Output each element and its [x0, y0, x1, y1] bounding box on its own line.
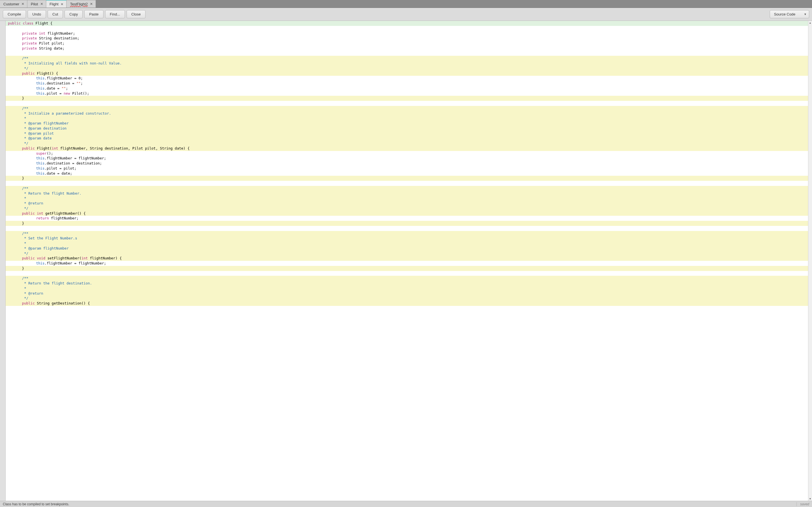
find-button[interactable]: Find...	[105, 10, 125, 18]
close-icon[interactable]: ✕	[89, 2, 93, 6]
tab-flight[interactable]: Flight✕	[46, 0, 67, 8]
code-line[interactable]: private String destination;	[6, 36, 808, 41]
close-icon[interactable]: ✕	[60, 2, 64, 6]
code-line[interactable]: }	[6, 96, 808, 101]
token-key: return	[36, 216, 49, 220]
code-line[interactable]: */	[6, 66, 808, 71]
code-line[interactable]: /**	[6, 276, 808, 281]
token-doc: * Set the Flight Number.s	[22, 236, 77, 240]
cut-button[interactable]: Cut	[48, 10, 63, 18]
code-line[interactable]: public String getDestination() {	[6, 301, 808, 306]
code-line[interactable]	[6, 181, 808, 186]
code-line[interactable]: this.flightNumber = flightNumber;	[6, 156, 808, 161]
code-line[interactable]: * Initializing all fields with non-null …	[6, 61, 808, 66]
code-line[interactable]: * @param flightNumber	[6, 246, 808, 251]
token-doc: */	[22, 251, 29, 256]
code-line[interactable]: * Return the flight destination.	[6, 281, 808, 286]
code-line[interactable]: * @return	[6, 291, 808, 296]
token-str: ""	[77, 81, 81, 86]
code-line[interactable]: * Initialize a parameterized constructor…	[6, 111, 808, 116]
code-line[interactable]: * Set the Flight Number.s	[6, 236, 808, 241]
code-line[interactable]	[6, 101, 808, 106]
token-doc: /**	[22, 186, 29, 190]
tab-testflight2[interactable]: TestFlight2✕	[66, 0, 96, 8]
token-this: this	[36, 86, 45, 91]
code-line[interactable]: */	[6, 296, 808, 301]
code-line[interactable]: }	[6, 266, 808, 271]
close-icon[interactable]: ✕	[40, 2, 44, 6]
code-line[interactable]: * @return	[6, 201, 808, 206]
code-area[interactable]: public class Flight { private int flight…	[6, 21, 808, 501]
tab-label: Flight	[50, 2, 59, 6]
code-line[interactable]: this.flightNumber = 0;	[6, 76, 808, 81]
code-line[interactable]: private int flightNumber;	[6, 31, 808, 36]
vertical-scrollbar[interactable]: ▲ ▼	[808, 21, 812, 501]
code-line[interactable]: * @param flightNumber	[6, 121, 808, 126]
code-line[interactable]	[6, 271, 808, 276]
code-line[interactable]: }	[6, 221, 808, 226]
code-line[interactable]: /**	[6, 231, 808, 236]
token-key: class	[23, 21, 34, 25]
code-line[interactable]: * @param destination	[6, 126, 808, 131]
code-line[interactable]: public int getFlightNumber() {	[6, 211, 808, 216]
token-doc: *	[22, 196, 26, 200]
status-bar: Class has to be compiled to set breakpoi…	[0, 501, 812, 507]
breakpoint-gutter[interactable]	[0, 21, 6, 501]
code-line[interactable]: *	[6, 116, 808, 121]
code-line[interactable]: this.date = "";	[6, 86, 808, 91]
code-line[interactable]: private String date;	[6, 46, 808, 51]
scroll-track[interactable]	[808, 25, 812, 497]
code-line[interactable]: public void setFlightNumber(int flightNu…	[6, 256, 808, 261]
save-status: saved	[797, 502, 809, 506]
code-line[interactable]: */	[6, 206, 808, 211]
code-line[interactable]: public class Flight {	[6, 21, 808, 26]
code-line[interactable]: this.destination = destination;	[6, 161, 808, 166]
paste-button[interactable]: Paste	[84, 10, 103, 18]
code-line[interactable]: super();	[6, 151, 808, 156]
token-doc: /**	[22, 56, 29, 60]
code-line[interactable]: * @param pilot	[6, 131, 808, 136]
token-doc: /**	[22, 276, 29, 280]
token-doc: * @return	[22, 201, 43, 205]
compile-button[interactable]: Compile	[3, 10, 26, 18]
code-line[interactable]: this.flightNumber = flightNumber;	[6, 261, 808, 266]
code-line[interactable]: * Return the flight Number.	[6, 191, 808, 196]
code-line[interactable]: /**	[6, 56, 808, 61]
code-line[interactable]: /**	[6, 106, 808, 111]
code-line[interactable]: return flightNumber;	[6, 216, 808, 221]
code-line[interactable]	[6, 226, 808, 231]
scroll-up-icon[interactable]: ▲	[808, 21, 812, 25]
view-dropdown[interactable]: Source Code ▼	[770, 10, 809, 18]
token-doc: /**	[22, 106, 29, 110]
code-line[interactable]: this.destination = "";	[6, 81, 808, 86]
code-line[interactable]: *	[6, 241, 808, 246]
code-line[interactable]: *	[6, 286, 808, 291]
code-line[interactable]: * @param date	[6, 136, 808, 141]
tab-pilot[interactable]: Pilot✕	[28, 0, 46, 8]
close-icon[interactable]: ✕	[21, 2, 25, 6]
code-line[interactable]: public Flight(int flightNumber, String d…	[6, 146, 808, 151]
editor: public class Flight { private int flight…	[0, 21, 812, 501]
code-line[interactable]: public Flight() {	[6, 71, 808, 76]
code-line[interactable]	[6, 51, 808, 56]
token-key: super	[36, 151, 47, 156]
token-key: new	[64, 91, 70, 96]
close-button[interactable]: Close	[126, 10, 146, 18]
code-line[interactable]: */	[6, 251, 808, 256]
code-line[interactable]: */	[6, 141, 808, 146]
token-doc: * @param flightNumber	[22, 121, 69, 125]
token-doc: *	[22, 116, 26, 120]
code-line[interactable]: }	[6, 176, 808, 181]
code-line[interactable]: *	[6, 196, 808, 201]
code-line[interactable]: /**	[6, 186, 808, 191]
code-line[interactable]: this.pilot = pilot;	[6, 166, 808, 171]
token-doc: */	[22, 296, 29, 300]
code-line[interactable]: this.pilot = new Pilot();	[6, 91, 808, 96]
code-line[interactable]	[6, 26, 808, 31]
code-line[interactable]: this.date = date;	[6, 171, 808, 176]
undo-button[interactable]: Undo	[28, 10, 46, 18]
copy-button[interactable]: Copy	[64, 10, 83, 18]
tab-customer[interactable]: Customer✕	[0, 0, 28, 8]
code-line[interactable]: private Pilot pilot;	[6, 41, 808, 46]
scroll-down-icon[interactable]: ▼	[808, 497, 812, 501]
